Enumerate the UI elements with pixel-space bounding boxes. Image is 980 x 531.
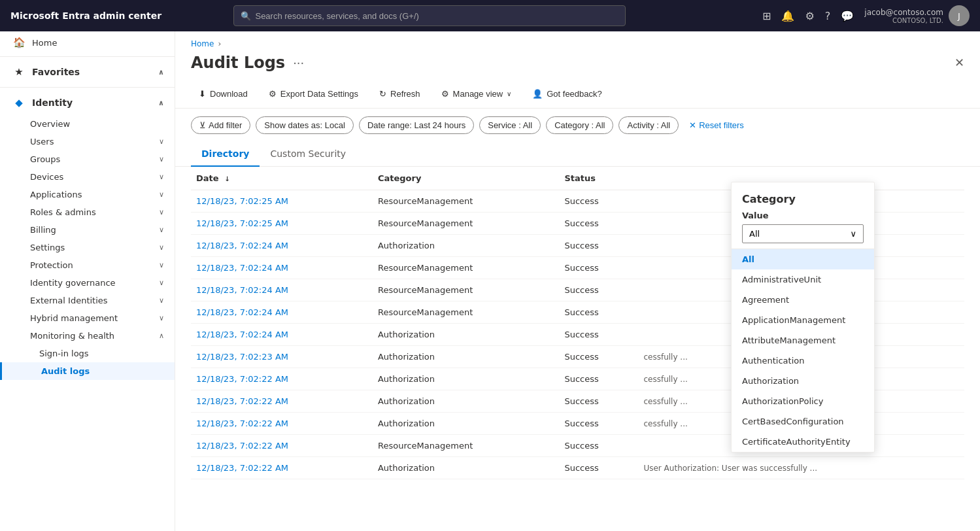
sidebar-item-favorites[interactable]: ★ Favorites ∧ (0, 60, 175, 84)
date-link[interactable]: 12/18/23, 7:02:22 AM (196, 419, 288, 428)
status-cell: Success (559, 279, 638, 301)
sidebar-item-sign-in-logs[interactable]: Sign-in logs (0, 345, 175, 362)
column-category[interactable]: Category (373, 167, 560, 190)
category-list-item[interactable]: CertificateAuthorityEntity (732, 432, 874, 452)
category-list-item[interactable]: AdministrativeUnit (732, 269, 874, 290)
breadcrumb-separator: › (218, 39, 221, 48)
category-filter[interactable]: Category : All (546, 116, 613, 134)
feedback-button[interactable]: 👤 Got feedback? (524, 85, 610, 103)
date-link[interactable]: 12/18/23, 7:02:25 AM (196, 196, 288, 206)
category-list-item[interactable]: ApplicationManagement (732, 310, 874, 330)
date-link[interactable]: 12/18/23, 7:02:25 AM (196, 218, 288, 228)
tab-custom-security[interactable]: Custom Security (260, 142, 356, 167)
category-list-item[interactable]: AuthorizationPolicy (732, 391, 874, 411)
breadcrumb-home[interactable]: Home (191, 39, 214, 48)
sidebar-home-label: Home (32, 38, 57, 48)
toolbar: ⬇ Download ⚙ Export Data Settings ↻ Refr… (175, 80, 980, 109)
date-link[interactable]: 12/18/23, 7:02:24 AM (196, 330, 288, 339)
detail-cell: User Authorization: User was successfull… (638, 457, 964, 479)
sidebar-item-identity-governance[interactable]: Identity governance∨ (0, 274, 175, 292)
category-list-item[interactable]: CertBasedConfiguration (732, 411, 874, 432)
date-link[interactable]: 12/18/23, 7:02:22 AM (196, 374, 288, 384)
sidebar-item-groups[interactable]: Groups∨ (0, 150, 175, 168)
activity-filter[interactable]: Activity : All (618, 116, 679, 134)
category-list-item[interactable]: Authorization (732, 371, 874, 391)
category-cell: ResourceManagement (373, 213, 560, 235)
category-cell: Authorization (373, 390, 560, 413)
sidebar-item-applications[interactable]: Applications∨ (0, 186, 175, 203)
date-range-filter[interactable]: Date range: Last 24 hours (359, 116, 474, 134)
date-link[interactable]: 12/18/23, 7:02:23 AM (196, 352, 288, 362)
sidebar-item-users[interactable]: Users∨ (0, 133, 175, 150)
date-link[interactable]: 12/18/23, 7:02:22 AM (196, 396, 288, 406)
reset-icon: ✕ (689, 120, 696, 130)
date-link[interactable]: 12/18/23, 7:02:24 AM (196, 307, 288, 317)
column-status[interactable]: Status (559, 167, 638, 190)
sidebar-item-devices[interactable]: Devices∨ (0, 168, 175, 186)
breadcrumb: Home › (175, 31, 980, 48)
sidebar-item-protection[interactable]: Protection∨ (0, 256, 175, 274)
sidebar-item-home[interactable]: 🏠 Home (0, 31, 175, 54)
search-box[interactable]: 🔍 (233, 5, 626, 26)
main-content: Home › Audit Logs ··· ✕ ⬇ Download ⚙ Exp… (175, 31, 980, 531)
date-link[interactable]: 12/18/23, 7:02:22 AM (196, 441, 288, 451)
avatar[interactable]: J (949, 5, 970, 26)
sidebar-item-roles-admins[interactable]: Roles & admins∨ (0, 203, 175, 221)
export-data-settings-button[interactable]: ⚙ Export Data Settings (261, 85, 366, 103)
manage-view-button[interactable]: ⚙ Manage view ∨ (433, 85, 520, 103)
date-link[interactable]: 12/18/23, 7:02:24 AM (196, 285, 288, 295)
download-button[interactable]: ⬇ Download (191, 85, 256, 103)
identity-icon: ◆ (12, 97, 25, 109)
show-dates-filter[interactable]: Show dates as: Local (256, 116, 354, 134)
date-link[interactable]: 12/18/23, 7:02:24 AM (196, 241, 288, 250)
category-panel: Category Value All ∨ AllAdministrativeUn… (731, 182, 875, 453)
app-title: Microsoft Entra admin center (10, 10, 161, 21)
portal-icon[interactable]: ⊞ (762, 10, 771, 22)
page-more-button[interactable]: ··· (293, 56, 304, 70)
sidebar-item-hybrid-management[interactable]: Hybrid management∨ (0, 309, 175, 327)
table-row: 12/18/23, 7:02:22 AM Authorization Succe… (191, 457, 964, 479)
download-icon: ⬇ (199, 89, 206, 99)
status-cell: Success (559, 257, 638, 279)
category-list-item[interactable]: AttributeManagement (732, 330, 874, 351)
sidebar-item-monitoring-health[interactable]: Monitoring & health∧ (0, 327, 175, 345)
service-filter[interactable]: Service : All (479, 116, 541, 134)
bell-icon[interactable]: 🔔 (781, 10, 794, 22)
sort-icon: ↓ (224, 175, 229, 182)
search-input[interactable] (255, 11, 618, 21)
date-link[interactable]: 12/18/23, 7:02:22 AM (196, 463, 288, 473)
date-link[interactable]: 12/18/23, 7:02:24 AM (196, 263, 288, 273)
column-date[interactable]: Date ↓ (191, 167, 373, 190)
category-cell: Authorization (373, 457, 560, 479)
search-icon: 🔍 (241, 11, 251, 21)
sidebar-item-external-identities[interactable]: External Identities∨ (0, 292, 175, 309)
sidebar-item-settings[interactable]: Settings∨ (0, 239, 175, 256)
refresh-button[interactable]: ↻ Refresh (371, 85, 428, 103)
sidebar-favorites-label: Favorites (32, 67, 80, 77)
gear-icon[interactable]: ⚙ (805, 10, 814, 22)
feedback-icon: 👤 (532, 89, 543, 99)
sidebar-item-audit-logs[interactable]: Audit logs (0, 362, 175, 380)
sidebar-item-overview[interactable]: Overview (0, 115, 175, 133)
tab-directory[interactable]: Directory (191, 142, 260, 167)
help-icon[interactable]: ? (825, 10, 831, 22)
reset-filters-button[interactable]: ✕ Reset filters (684, 117, 749, 133)
category-list-item[interactable]: All (732, 249, 874, 269)
refresh-icon: ↻ (379, 89, 386, 99)
category-list-item[interactable]: Agreement (732, 290, 874, 310)
category-select-box[interactable]: All ∨ (742, 224, 864, 243)
status-cell: Success (559, 390, 638, 413)
category-cell: ResourceManagement (373, 190, 560, 213)
feedback-icon[interactable]: 💬 (841, 10, 854, 22)
close-button[interactable]: ✕ (955, 56, 964, 70)
category-list-item[interactable]: Authentication (732, 351, 874, 371)
add-filter-button[interactable]: ⊻ Add filter (191, 116, 250, 134)
category-cell: ResourceManagement (373, 301, 560, 324)
sidebar-item-identity[interactable]: ◆ Identity ∧ (0, 90, 175, 115)
export-icon: ⚙ (269, 89, 277, 99)
manage-view-icon: ⚙ (441, 89, 449, 99)
status-cell: Success (559, 324, 638, 346)
sidebar-item-billing[interactable]: Billing∨ (0, 221, 175, 239)
category-cell: Authorization (373, 324, 560, 346)
chevron-down-icon: ∧ (158, 99, 164, 107)
